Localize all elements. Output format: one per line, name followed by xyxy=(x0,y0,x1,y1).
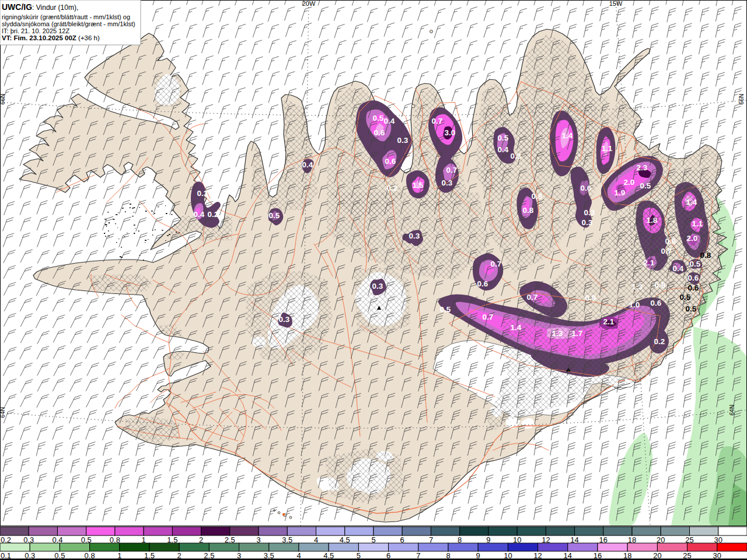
svg-text:0.3: 0.3 xyxy=(511,152,522,160)
svg-text:0.7: 0.7 xyxy=(491,260,502,268)
svg-text:IT: þri. 21. 10. 2025 12Z: IT: þri. 21. 10. 2025 12Z xyxy=(2,27,69,34)
svg-text:0.3: 0.3 xyxy=(397,136,409,145)
svg-text:0.3: 0.3 xyxy=(582,218,593,227)
svg-text:slydda/snjókoma (grátt/bleikt/: slydda/snjókoma (grátt/bleikt/grænt - mm… xyxy=(2,20,135,27)
svg-text:0.6: 0.6 xyxy=(651,299,662,307)
svg-text:0.6: 0.6 xyxy=(688,284,699,292)
svg-text:0.5: 0.5 xyxy=(680,293,691,302)
svg-text:64N: 64N xyxy=(0,407,6,418)
svg-text:0.8: 0.8 xyxy=(665,237,676,246)
svg-text:0.6: 0.6 xyxy=(385,157,396,166)
svg-text:1.5: 1.5 xyxy=(413,181,424,190)
svg-text:0.7: 0.7 xyxy=(432,117,443,125)
svg-text:1.3: 1.3 xyxy=(552,329,563,338)
svg-text:1.8: 1.8 xyxy=(647,216,658,225)
svg-text:0.4: 0.4 xyxy=(384,117,395,125)
svg-text:1.9: 1.9 xyxy=(615,188,626,197)
svg-text:1.3: 1.3 xyxy=(632,282,643,291)
svg-text:0.5: 0.5 xyxy=(269,211,280,220)
svg-text:2.1: 2.1 xyxy=(644,258,655,267)
svg-text:0.3: 0.3 xyxy=(372,282,383,290)
svg-text:0.7: 0.7 xyxy=(483,313,494,321)
svg-text:0.7: 0.7 xyxy=(446,166,458,174)
svg-text:2.0: 2.0 xyxy=(624,178,635,187)
svg-text:1.1: 1.1 xyxy=(602,144,613,153)
svg-text:0.3: 0.3 xyxy=(584,208,595,217)
svg-text:66N: 66N xyxy=(738,94,745,104)
svg-text:0.3: 0.3 xyxy=(279,315,290,324)
svg-text:20W: 20W xyxy=(302,0,316,7)
svg-text:0.6: 0.6 xyxy=(581,184,592,192)
svg-text:0.3: 0.3 xyxy=(197,189,208,198)
svg-text:0.4: 0.4 xyxy=(673,264,684,273)
svg-text:0.6: 0.6 xyxy=(477,279,488,288)
svg-text:0.2: 0.2 xyxy=(387,184,398,192)
svg-text:0.5: 0.5 xyxy=(640,181,651,190)
svg-text:1.4: 1.4 xyxy=(562,131,573,140)
svg-text:0.6: 0.6 xyxy=(374,128,385,137)
svg-text:0.5: 0.5 xyxy=(498,134,509,142)
svg-text:2.0: 2.0 xyxy=(687,234,698,243)
svg-text:0.5: 0.5 xyxy=(440,305,451,314)
svg-text:0.8: 0.8 xyxy=(532,192,543,201)
svg-text:0.4: 0.4 xyxy=(498,145,509,154)
svg-text:0.5: 0.5 xyxy=(690,260,701,268)
svg-text:UWC/IG: Vindur (10m),: UWC/IG: Vindur (10m), xyxy=(2,2,78,12)
svg-text:0.7: 0.7 xyxy=(527,293,538,302)
svg-text:0.3: 0.3 xyxy=(442,178,453,187)
svg-text:0.8: 0.8 xyxy=(700,251,711,260)
svg-text:0.3: 0.3 xyxy=(409,232,420,240)
svg-text:0.4: 0.4 xyxy=(194,210,205,219)
svg-text:0.9: 0.9 xyxy=(585,293,596,302)
svg-text:3.0: 3.0 xyxy=(445,128,456,137)
svg-text:0.4: 0.4 xyxy=(302,160,313,169)
svg-text:rigning/skúrir (grænt/blátt/ra: rigning/skúrir (grænt/blátt/rautt - mm/1… xyxy=(2,13,130,20)
svg-text:1.1: 1.1 xyxy=(692,219,703,228)
svg-text:0.8: 0.8 xyxy=(655,281,666,289)
svg-text:VT: Fim. 23.10.2025 00Z (+36 h: VT: Fim. 23.10.2025 00Z (+36 h) xyxy=(2,34,100,41)
svg-text:2.3: 2.3 xyxy=(637,163,648,172)
svg-text:1.0: 1.0 xyxy=(629,300,640,309)
svg-text:0.6: 0.6 xyxy=(688,274,699,282)
svg-text:0.8: 0.8 xyxy=(523,206,534,215)
svg-text:15W: 15W xyxy=(609,0,623,7)
svg-text:0.2: 0.2 xyxy=(654,337,665,346)
svg-text:1.7: 1.7 xyxy=(572,329,583,338)
svg-text:1.4: 1.4 xyxy=(511,323,522,332)
svg-text:0.5: 0.5 xyxy=(686,304,697,313)
svg-text:0.5: 0.5 xyxy=(373,114,384,123)
svg-text:0.2: 0.2 xyxy=(208,210,219,219)
svg-text:2.1: 2.1 xyxy=(603,317,615,326)
svg-text:0.7: 0.7 xyxy=(661,247,672,256)
svg-text:1.4: 1.4 xyxy=(686,198,697,206)
